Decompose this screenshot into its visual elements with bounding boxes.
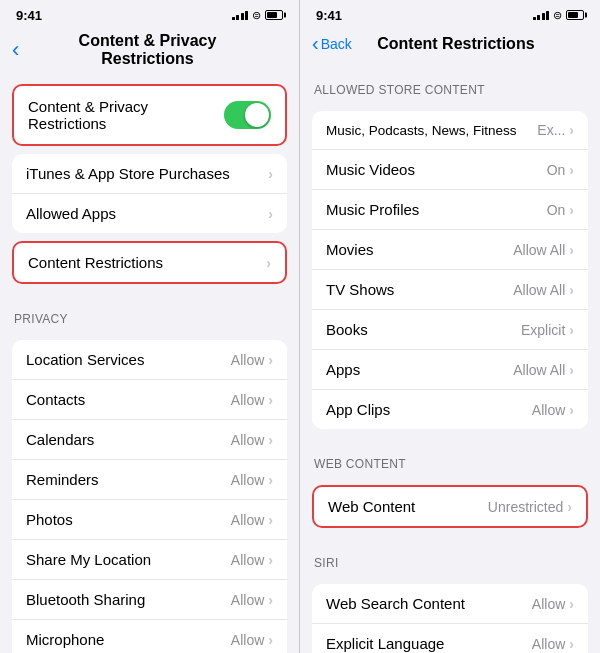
web-content-label: Web Content bbox=[328, 498, 415, 515]
books-right: Explicit › bbox=[521, 322, 574, 338]
wifi-icon: ⊜ bbox=[553, 9, 562, 22]
list-item[interactable]: App Clips Allow › bbox=[312, 390, 588, 429]
share-location-value: Allow bbox=[231, 552, 264, 568]
calendars-right: Allow › bbox=[231, 432, 273, 448]
status-icons-right: ⊜ bbox=[533, 9, 585, 22]
chevron-icon: › bbox=[268, 632, 273, 648]
location-right: Allow › bbox=[231, 352, 273, 368]
itunes-label: iTunes & App Store Purchases bbox=[26, 165, 230, 182]
list-item[interactable]: Bluetooth Sharing Allow › bbox=[12, 580, 287, 620]
list-item[interactable]: TV Shows Allow All › bbox=[312, 270, 588, 310]
music-profiles-right: On › bbox=[547, 202, 574, 218]
privacy-group: Location Services Allow › Contacts Allow… bbox=[12, 340, 287, 653]
list-item[interactable]: Movies Allow All › bbox=[312, 230, 588, 270]
photos-value: Allow bbox=[231, 512, 264, 528]
list-item[interactable]: Web Search Content Allow › bbox=[312, 584, 588, 624]
chevron-icon: › bbox=[569, 322, 574, 338]
music-podcasts-label: Music, Podcasts, News, Fitness bbox=[326, 123, 517, 138]
itunes-right: › bbox=[268, 166, 273, 182]
privacy-header: PRIVACY bbox=[0, 292, 299, 332]
list-item[interactable]: Reminders Allow › bbox=[12, 460, 287, 500]
chevron-icon: › bbox=[567, 499, 572, 515]
share-location-label: Share My Location bbox=[26, 551, 151, 568]
web-search-value: Allow bbox=[532, 596, 565, 612]
signal-icon bbox=[533, 10, 550, 20]
toggle-section[interactable]: Content & Privacy Restrictions bbox=[12, 84, 287, 146]
web-content-row[interactable]: Web Content Unrestricted › bbox=[314, 487, 586, 526]
app-clips-value: Allow bbox=[532, 402, 565, 418]
status-bar-left: 9:41 ⊜ bbox=[0, 0, 299, 28]
explicit-language-label: Explicit Language bbox=[326, 635, 444, 652]
explicit-language-value: Allow bbox=[532, 636, 565, 652]
share-location-right: Allow › bbox=[231, 552, 273, 568]
list-item[interactable]: Music, Podcasts, News, Fitness Ex... › bbox=[312, 111, 588, 150]
contacts-value: Allow bbox=[231, 392, 264, 408]
chevron-icon: › bbox=[266, 255, 271, 271]
web-content-value: Unrestricted bbox=[488, 499, 563, 515]
microphone-value: Allow bbox=[231, 632, 264, 648]
music-videos-right: On › bbox=[547, 162, 574, 178]
list-item[interactable]: Calendars Allow › bbox=[12, 420, 287, 460]
chevron-icon: › bbox=[268, 166, 273, 182]
nav-bar-left: ‹ Content & Privacy Restrictions bbox=[0, 28, 299, 76]
toggle-knob bbox=[245, 103, 269, 127]
left-panel: 9:41 ⊜ ‹ Content & Privacy Restrictions … bbox=[0, 0, 300, 653]
web-search-label: Web Search Content bbox=[326, 595, 465, 612]
back-button-left[interactable]: ‹ bbox=[12, 37, 36, 63]
contacts-right: Allow › bbox=[231, 392, 273, 408]
calendars-label: Calendars bbox=[26, 431, 94, 448]
signal-icon bbox=[232, 10, 249, 20]
chevron-icon: › bbox=[569, 402, 574, 418]
music-profiles-label: Music Profiles bbox=[326, 201, 419, 218]
list-item[interactable]: Photos Allow › bbox=[12, 500, 287, 540]
photos-label: Photos bbox=[26, 511, 73, 528]
list-item[interactable]: Books Explicit › bbox=[312, 310, 588, 350]
list-item[interactable]: Music Videos On › bbox=[312, 150, 588, 190]
microphone-right: Allow › bbox=[231, 632, 273, 648]
movies-right: Allow All › bbox=[513, 242, 574, 258]
books-value: Explicit bbox=[521, 322, 565, 338]
list-item[interactable]: Share My Location Allow › bbox=[12, 540, 287, 580]
chevron-icon: › bbox=[569, 596, 574, 612]
battery-icon bbox=[265, 10, 283, 20]
content-restrictions-row[interactable]: Content Restrictions › bbox=[14, 243, 285, 282]
toggle-label: Content & Privacy Restrictions bbox=[28, 98, 224, 132]
siri-header: SIRI bbox=[300, 536, 600, 576]
movies-label: Movies bbox=[326, 241, 374, 258]
chevron-icon: › bbox=[268, 352, 273, 368]
allowed-store-header: ALLOWED STORE CONTENT bbox=[300, 63, 600, 103]
allowed-apps-right: › bbox=[268, 206, 273, 222]
list-item[interactable]: Explicit Language Allow › bbox=[312, 624, 588, 653]
list-item[interactable]: Contacts Allow › bbox=[12, 380, 287, 420]
chevron-icon: › bbox=[569, 362, 574, 378]
chevron-icon: › bbox=[268, 472, 273, 488]
list-item[interactable]: Location Services Allow › bbox=[12, 340, 287, 380]
chevron-icon: › bbox=[569, 282, 574, 298]
bluetooth-right: Allow › bbox=[231, 592, 273, 608]
status-bar-right: 9:41 ⊜ bbox=[300, 0, 600, 28]
allowed-apps-row[interactable]: Allowed Apps › bbox=[12, 194, 287, 233]
music-profiles-value: On bbox=[547, 202, 566, 218]
back-button-right[interactable]: ‹ Back bbox=[312, 32, 352, 55]
movies-value: Allow All bbox=[513, 242, 565, 258]
toggle-switch[interactable] bbox=[224, 101, 271, 129]
tv-shows-label: TV Shows bbox=[326, 281, 394, 298]
apps-label: Apps bbox=[326, 361, 360, 378]
list-item[interactable]: Music Profiles On › bbox=[312, 190, 588, 230]
app-clips-label: App Clips bbox=[326, 401, 390, 418]
music-videos-label: Music Videos bbox=[326, 161, 415, 178]
list-item[interactable]: Apps Allow All › bbox=[312, 350, 588, 390]
itunes-row[interactable]: iTunes & App Store Purchases › bbox=[12, 154, 287, 194]
chevron-icon: › bbox=[268, 432, 273, 448]
list-item[interactable]: Microphone Allow › bbox=[12, 620, 287, 653]
right-panel: 9:41 ⊜ ‹ Back Content Restrictions ALLOW… bbox=[300, 0, 600, 653]
music-podcasts-value: Ex... bbox=[537, 122, 565, 138]
apps-value: Allow All bbox=[513, 362, 565, 378]
web-search-right: Allow › bbox=[532, 596, 574, 612]
books-label: Books bbox=[326, 321, 368, 338]
nav-bar-right: ‹ Back Content Restrictions bbox=[300, 28, 600, 63]
left-panel-content: Content & Privacy Restrictions iTunes & … bbox=[0, 76, 299, 653]
photos-right: Allow › bbox=[231, 512, 273, 528]
content-restrictions-label: Content Restrictions bbox=[28, 254, 163, 271]
chevron-icon: › bbox=[268, 392, 273, 408]
